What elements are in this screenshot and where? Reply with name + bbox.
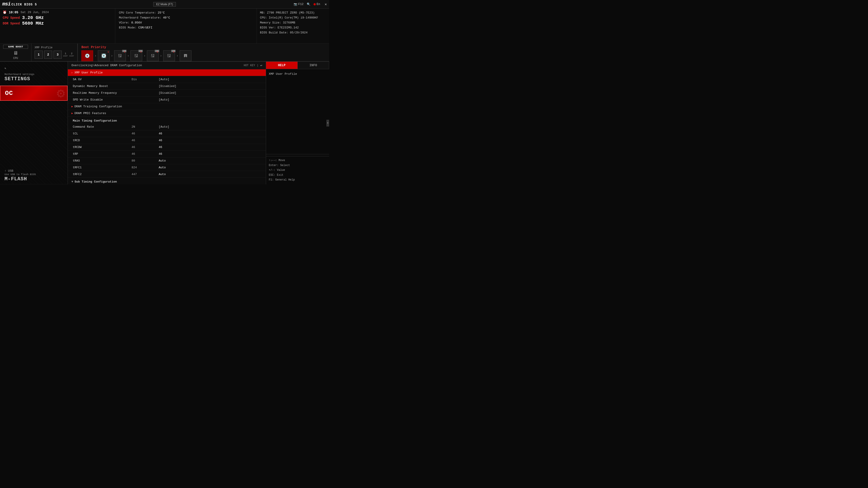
xmp-btn-3[interactable]: 3 [54,51,62,59]
bios-ver-label: BIOS Ver: [260,26,276,29]
hotkey-divider: | [257,64,258,67]
setting-name-dram-training-config: DRAM Training Configuration [74,105,133,108]
sidebar-item-oc[interactable]: ⚙ OC [0,86,68,101]
boot-device-3[interactable]: 🖫 USB U [114,51,126,61]
help-key-item: ESC: Exit [269,173,327,178]
setting-row-trfc2[interactable]: tRFC2447Auto [68,171,266,178]
setting-default-tcl: 46 [131,132,159,135]
help-keys: ↑↓←→: MoveEnter: Select+/-: ValueESC: Ex… [266,156,329,184]
setting-row-tcl[interactable]: tCL4646 [68,130,266,137]
boot-device-7[interactable]: 🖪 [180,51,191,61]
close-button[interactable]: ✕ [324,2,327,6]
setting-name-trcd: tRCD [73,139,131,142]
help-tab[interactable]: HELP [266,62,298,69]
help-text: XMP User Profile [269,72,297,76]
info-tab[interactable]: INFO [298,62,329,69]
mb-label: MB: [260,11,265,14]
setting-value-sa-gv: [Auto] [159,78,169,81]
boot-arrow-5: › [160,54,162,58]
msi-logo: msiCLICK BIOS 5 [2,1,37,7]
setting-row-command-rate[interactable]: Command Rate2N[Auto] [68,124,266,130]
ddr-speed-value: 5600 MHz [22,21,44,26]
help-key-item: +/-: Value [269,168,327,173]
setting-value-command-rate: [Auto] [159,125,169,129]
setting-value-trp: 46 [159,152,162,156]
sidebar-item-settings[interactable]: Motherboard settings SETTINGS [0,62,68,86]
setting-name-dram-pmic-features: DRAM PMIC Features [74,111,133,115]
bios-mode-value: CSM/UEFI [138,26,152,29]
setting-name-realtime-memory-freq: Realtime Memory Frequency [73,91,131,95]
main-layout: ↖ Motherboard settings SETTINGS ⚙ OC ↑ U… [0,62,329,184]
setting-row-xmp-user-profile[interactable]: ▶XMP User Profile [68,69,266,76]
setting-row-dram-pmic-features[interactable]: ▶DRAM PMIC Features [68,110,266,117]
quick-bar: GAME BOOST 🖥 CPU XMP Profile 1 2 3 1 use… [0,43,329,62]
setting-row-trp[interactable]: tRP4646 [68,151,266,158]
setting-value-spd-write-disable: [Auto] [159,98,169,101]
settings-list: ▶XMP User ProfileSA GVDis[Auto]Dynamic M… [68,69,266,184]
setting-name-trcdw: tRCDW [73,145,131,149]
info-right: MB: Z790 PROJECT ZERO (MS-7E23) CPU: Int… [257,8,329,43]
xmp-btn-1[interactable]: 1 [35,51,43,59]
usb-icon-4: 🖫 [167,54,171,58]
setting-row-spd-write-disable[interactable]: SPD Write Disable[Auto] [68,96,266,103]
boot-device-2[interactable]: 💽 U [98,51,110,61]
boot-device-1[interactable]: 💿 [81,51,93,61]
boot-arrow-6: › [176,54,178,58]
top-bar: msiCLICK BIOS 5 EZ Mode (F7) 📷 F12 🔍 En … [0,0,329,8]
xmp-btn-2[interactable]: 2 [44,51,52,59]
xmp-profile-section: XMP Profile 1 2 3 1 user 2 user [31,43,78,61]
boot-device-4[interactable]: 🖫 USB U [130,51,142,61]
settings-label-small: Motherboard settings [4,73,63,76]
mb-temp-value: 40°C [163,16,170,20]
section-name-sub-timing-header: Sub Timing Configuration [74,180,117,184]
top-bar-right: 📷 F12 🔍 En ✕ [293,2,327,6]
setting-default-trp: 46 [131,152,159,156]
u-badge-6: U [173,51,174,53]
back-button[interactable]: ↩ [260,64,262,67]
ez-mode-button[interactable]: EZ Mode (F7) [153,2,176,6]
setting-value-trfc2: Auto [159,173,166,176]
language-selector[interactable]: En [313,2,320,6]
boot-device-5[interactable]: 🖫 USB U [147,51,159,61]
setting-default-trfc1: 824 [131,166,159,169]
setting-row-realtime-memory-freq[interactable]: Realtime Memory Frequency[Disabled] [68,90,266,96]
setting-default-trfc2: 447 [131,173,159,176]
help-key-item: ↑↓←→: Move [269,158,327,163]
bios-mode-label: BIOS Mode: [119,26,136,29]
setting-row-tras[interactable]: tRAS80Auto [68,158,266,164]
setting-row-dram-training-config[interactable]: ▶DRAM Training Configuration [68,103,266,110]
setting-row-dynamic-memory-boost[interactable]: Dynamic Memory Boost[Disabled] [68,83,266,90]
section-header-main-timing-header: Main Timing Configuration [68,117,266,124]
info-left: ⏰ 10:05 Sat 29 Jun, 2024 CPU Speed 3.20 … [0,8,115,43]
usb-icon-1: 🖫 [118,54,122,58]
setting-name-xmp-user-profile: XMP User Profile [74,71,133,74]
section-name-main-timing-header: Main Timing Configuration [73,119,117,123]
info-center: CPU Core Temperature: 25°C Motherboard T… [115,8,257,43]
collapse-handle[interactable]: ≡ [327,120,329,127]
screenshot-button[interactable]: 📷 F12 [293,2,303,6]
setting-default-tras: 80 [131,159,159,162]
u-badge-5: U [157,51,158,53]
setting-default-trcd: 46 [131,139,159,142]
cpu-speed-value: 3.20 GHz [22,15,44,20]
section-arrow-sub-timing-header: ▼ [71,180,73,184]
cpu-quick-item[interactable]: 🖥 CPU [3,50,28,60]
setting-row-trcdw[interactable]: tRCDW4646 [68,144,266,151]
boot-device-6[interactable]: 🖫 USB U [163,51,175,61]
sidebar-item-mflash[interactable]: ↑ USB Use USB to flash BIOS M-FLASH [0,167,68,184]
setting-name-sa-gv: SA GV [73,78,131,81]
search-button[interactable]: 🔍 [307,2,310,6]
setting-row-trcd[interactable]: tRCD4646 [68,137,266,144]
info-bar: ⏰ 10:05 Sat 29 Jun, 2024 CPU Speed 3.20 … [0,8,329,43]
game-boost-label[interactable]: GAME BOOST [3,45,28,49]
clock-icon: ⏰ [3,10,6,14]
setting-row-trfc1[interactable]: tRFC1824Auto [68,164,266,171]
setting-value-trcdw: 46 [159,145,162,149]
language-dot [313,3,316,5]
setting-row-sa-gv[interactable]: SA GVDis[Auto] [68,76,266,83]
time-display: 10:05 [9,11,18,14]
arrow-dram-pmic-features: ▶ [71,111,73,115]
sidebar-cursor: ↖ [4,66,6,70]
hotkey-area: HOT KEY | ↩ [244,64,262,67]
setting-value-realtime-memory-freq: [Disabled] [159,91,176,95]
